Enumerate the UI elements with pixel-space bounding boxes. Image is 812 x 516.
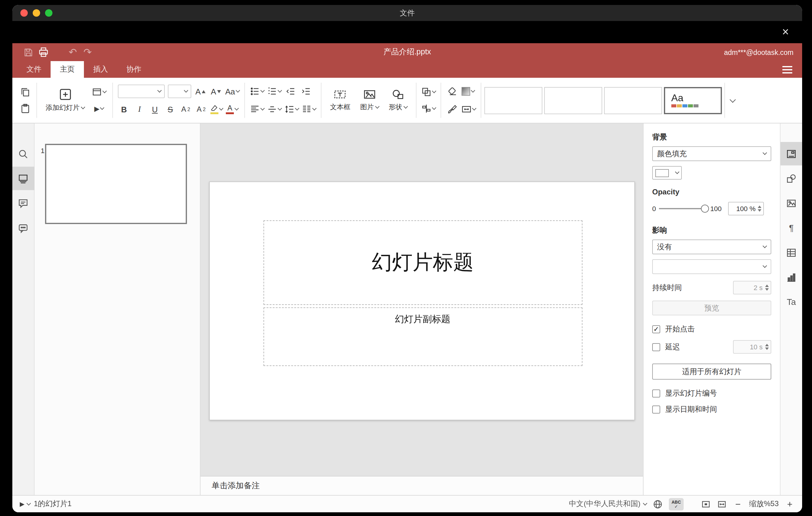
- search-button[interactable]: [12, 142, 34, 165]
- table-settings-button[interactable]: [780, 241, 802, 264]
- preview-button[interactable]: 预览: [652, 300, 771, 315]
- font-color-bar: [226, 112, 234, 114]
- spinner-arrows-icon[interactable]: [765, 344, 769, 350]
- slides-panel-button[interactable]: [12, 167, 34, 190]
- spellcheck-button[interactable]: ABC ✓: [669, 498, 684, 510]
- theme-tile-selected[interactable]: Aa: [664, 87, 722, 114]
- slide-thumbnail[interactable]: [45, 144, 187, 224]
- increase-font-button[interactable]: A: [194, 85, 207, 98]
- columns-button[interactable]: [302, 103, 316, 116]
- shape-settings-button[interactable]: [780, 167, 802, 190]
- decrease-indent-button[interactable]: [285, 85, 297, 98]
- document-title: 产品介绍.pptx: [12, 47, 802, 57]
- paragraph-group: [245, 78, 320, 123]
- slide-title-placeholder[interactable]: 幻灯片标题: [263, 220, 582, 305]
- vertical-align-button[interactable]: [267, 103, 281, 116]
- background-fill-select[interactable]: 颜色填充: [652, 146, 771, 161]
- theme-tile[interactable]: [544, 87, 602, 114]
- chat-button[interactable]: [12, 216, 34, 239]
- font-color-button[interactable]: A: [226, 103, 238, 116]
- decrease-font-button[interactable]: A: [210, 85, 222, 98]
- color-swatch: [655, 169, 669, 177]
- opacity-spinner[interactable]: 100 %: [728, 202, 764, 216]
- add-slide-button[interactable]: 添加幻灯片: [42, 82, 88, 119]
- menu-hamburger-icon[interactable]: [782, 66, 792, 73]
- save-button[interactable]: [21, 46, 36, 59]
- opacity-slider[interactable]: [659, 208, 707, 209]
- textart-settings-button[interactable]: Ta: [780, 290, 802, 314]
- superscript-button[interactable]: A2: [179, 103, 192, 116]
- line-spacing-button[interactable]: [285, 103, 299, 116]
- paste-button[interactable]: [19, 102, 31, 115]
- slide-settings-button[interactable]: [780, 142, 802, 165]
- language-selector[interactable]: 中文(中华人民共和国): [569, 499, 647, 509]
- numbering-button[interactable]: [267, 85, 281, 98]
- horizontal-align-button[interactable]: [250, 103, 264, 116]
- print-button[interactable]: [36, 46, 51, 59]
- theme-gallery-expand-button[interactable]: [724, 83, 741, 118]
- close-icon[interactable]: ×: [778, 25, 793, 39]
- increase-indent-button[interactable]: [300, 85, 312, 98]
- zoom-out-button[interactable]: −: [733, 499, 743, 509]
- arrange-shapes-button[interactable]: [422, 85, 436, 99]
- chart-settings-button[interactable]: [780, 265, 802, 289]
- background-color-picker[interactable]: [652, 166, 682, 180]
- tab-insert[interactable]: 插入: [84, 61, 117, 78]
- spinner-arrows-icon[interactable]: [765, 285, 769, 291]
- subscript-button[interactable]: A2: [195, 103, 207, 116]
- slide-subtitle-placeholder[interactable]: 幻灯片副标题: [263, 307, 582, 366]
- delay-spinner[interactable]: 10 s: [733, 340, 771, 354]
- apply-to-all-slides-button[interactable]: 适用于所有幻灯片: [652, 364, 771, 380]
- chevron-down-icon: [219, 106, 223, 111]
- slide-layout-button[interactable]: [92, 85, 106, 99]
- tab-home[interactable]: 主页: [51, 61, 84, 78]
- zoom-in-button[interactable]: +: [785, 499, 795, 509]
- effect-type-select[interactable]: [652, 259, 771, 274]
- check-icon: ✓: [674, 504, 678, 508]
- tab-file[interactable]: 文件: [17, 61, 51, 78]
- undo-button[interactable]: ↶: [65, 46, 80, 59]
- clear-style-button[interactable]: [446, 85, 459, 98]
- copy-style-button[interactable]: [446, 103, 459, 116]
- effect-select[interactable]: 没有: [652, 239, 771, 254]
- insert-image-button[interactable]: 图片: [357, 82, 382, 119]
- theme-tile[interactable]: [604, 87, 662, 114]
- font-name-combo[interactable]: [118, 85, 165, 98]
- delay-checkbox[interactable]: [652, 343, 660, 351]
- bullets-button[interactable]: [250, 85, 264, 98]
- fit-width-button[interactable]: [717, 499, 727, 509]
- slider-knob[interactable]: [701, 205, 709, 212]
- theme-tile[interactable]: [484, 87, 542, 114]
- tab-collaboration[interactable]: 协作: [117, 61, 150, 78]
- insert-textbox-button[interactable]: 文本框: [326, 82, 354, 119]
- comments-button[interactable]: [12, 191, 34, 215]
- redo-button[interactable]: ↷: [80, 46, 95, 59]
- duration-spinner[interactable]: 2 s: [733, 281, 771, 294]
- document-language-button[interactable]: [653, 499, 663, 509]
- bold-button[interactable]: B: [118, 103, 130, 116]
- show-date-time-checkbox[interactable]: [652, 405, 660, 413]
- copy-button[interactable]: [19, 85, 31, 99]
- italic-button[interactable]: I: [133, 103, 146, 116]
- notes-area[interactable]: 单击添加备注: [201, 476, 643, 495]
- show-date-time-row: 显示日期和时间: [652, 404, 771, 415]
- highlight-color-button[interactable]: [210, 103, 223, 116]
- start-on-click-checkbox[interactable]: ✓: [652, 325, 660, 333]
- underline-button[interactable]: U: [149, 103, 161, 116]
- fill-color-button[interactable]: [462, 85, 474, 98]
- spinner-arrows-icon[interactable]: [758, 205, 762, 212]
- strikethrough-button[interactable]: S: [164, 103, 176, 116]
- paragraph-settings-button[interactable]: ¶: [780, 216, 802, 239]
- change-case-button[interactable]: Aa: [225, 85, 239, 98]
- align-shapes-button[interactable]: [422, 102, 436, 115]
- slide-size-button[interactable]: [462, 103, 476, 116]
- fit-slide-button[interactable]: [701, 499, 711, 509]
- show-slide-number-checkbox[interactable]: [652, 390, 660, 398]
- start-slideshow-button[interactable]: ▶: [92, 102, 106, 115]
- start-preview-button[interactable]: ▶: [20, 500, 30, 507]
- font-size-combo[interactable]: [168, 85, 191, 98]
- slide[interactable]: 幻灯片标题 幻灯片副标题: [209, 181, 635, 420]
- image-settings-button[interactable]: [780, 191, 802, 215]
- insert-shape-button[interactable]: 形状: [385, 82, 411, 119]
- canvas[interactable]: 幻灯片标题 幻灯片副标题: [201, 123, 643, 476]
